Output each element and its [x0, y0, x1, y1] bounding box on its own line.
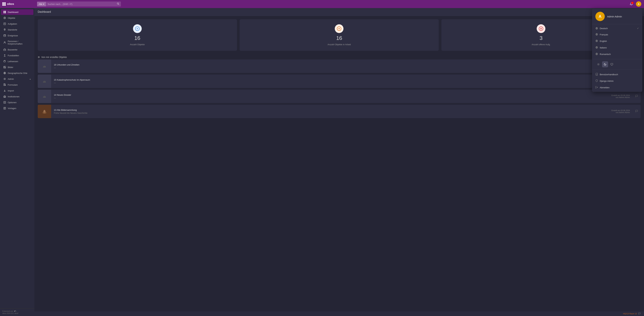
svg-point-39 — [339, 28, 340, 29]
table-row[interactable]: ⛰ 15 Katastrophenschutz im Alpenraum — E… — [38, 74, 641, 88]
search-type-label: Alle — [39, 3, 42, 5]
object-creator: von Admin Admin — [612, 111, 630, 113]
sidebar-item-ereignisse[interactable]: Ereignisse — [1, 33, 33, 38]
svg-rect-0 — [4, 11, 4, 12]
language-deutsch[interactable]: Deutsch ✓ — [592, 25, 642, 31]
sidebar-item-personen[interactable]: Personen / Körperschaften — [1, 38, 33, 46]
object-thumbnail: ⛰ — [38, 90, 51, 103]
sidebar-item-formulare[interactable]: Formulare — [1, 82, 33, 88]
svg-rect-1 — [5, 11, 6, 12]
notification-button[interactable]: 1 — [628, 1, 634, 7]
svg-rect-2 — [4, 12, 4, 13]
sidebar-item-institutionen[interactable]: Institutionen — [1, 94, 33, 99]
menu-label: Django-Admin — [600, 80, 614, 82]
sidebar-item-bauwerke[interactable]: Bauwerke — [1, 47, 33, 52]
theme-toggles — [592, 60, 642, 69]
table-row[interactable]: ⛰ 16 Urkunden und Zimelien — — [38, 59, 641, 73]
sidebar-footer: Entwickelt von h". oikos 2024.16.1.dev0 — [0, 309, 34, 316]
vorlagen-icon — [3, 107, 6, 110]
globe-icon — [595, 39, 598, 43]
language-rumantsch[interactable]: Rumantsch — [592, 51, 642, 57]
theme-light-button[interactable] — [595, 61, 602, 67]
optionen-icon — [3, 101, 6, 104]
dropdown-menu-section: Benutzerhandbuch Django-Admin Abmelden — [592, 70, 642, 92]
dropdown-username: Admin Admin — [607, 15, 622, 18]
sidebar-item-admin[interactable]: Admin ▲ — [1, 76, 33, 82]
sidebar-item-optionen[interactable]: Optionen — [1, 99, 33, 105]
language-label: Rumantsch — [600, 53, 611, 55]
search-type-select[interactable]: Alle ▾ — [37, 2, 46, 6]
svg-rect-10 — [4, 35, 6, 36]
benutzerhandbuch-item[interactable]: Benutzerhandbuch — [592, 71, 642, 78]
sidebar-item-leihwesen[interactable]: Leihwesen — [1, 58, 33, 64]
table-row[interactable]: ⛰ 14 Neues Dossier — Erstellt am 03.06.2… — [38, 90, 641, 103]
sidebar-item-objekte[interactable]: Objekte — [1, 15, 33, 21]
sidebar-item-aufgaben[interactable]: Aufgaben — [1, 21, 33, 27]
section-title: Von mir erstellte Objekte — [41, 56, 67, 58]
sidebar-item-dashboard[interactable]: Dashboard — [1, 9, 33, 15]
sidebar-item-geographische[interactable]: Geographische Orte — [1, 70, 33, 76]
sidebar-item-fundstellen[interactable]: Fundstellen — [1, 53, 33, 58]
language-francais[interactable]: Français — [592, 31, 642, 38]
stat-label-objekte: Anzahl Objekte — [130, 43, 145, 46]
globe-icon — [595, 53, 598, 56]
app-name: oikos — [7, 2, 14, 5]
theme-system-button[interactable] — [609, 61, 615, 67]
object-info: 13 Alte Bildersammlung Frühe Neuzeit bis… — [51, 106, 609, 117]
stat-icon-objekte — [133, 24, 142, 33]
object-meta: Erstellt am 03.06.2024 von Admin Admin — [609, 108, 632, 115]
svg-point-9 — [4, 29, 5, 30]
sidebar-item-label: Leihwesen — [8, 60, 18, 63]
svg-point-36 — [137, 28, 138, 29]
sidebar-item-label: Ereignisse — [8, 34, 18, 37]
ereignisse-icon — [3, 34, 6, 37]
image-placeholder-icon: ⛰ — [43, 79, 46, 83]
object-info: 15 Katastrophenschutz im Alpenraum — — [51, 76, 609, 86]
language-italiano[interactable]: Italiano — [592, 44, 642, 51]
sidebar-item-label: Fundstellen — [8, 54, 19, 57]
svg-line-57 — [599, 65, 599, 65]
check-icon: ✓ — [637, 27, 639, 30]
object-title: 16 Urkunden und Zimelien — [54, 63, 624, 66]
logout-icon — [595, 86, 598, 89]
personen-icon — [3, 41, 6, 44]
image-placeholder-icon: ⛰ — [43, 94, 46, 98]
sidebar-item-vorlagen[interactable]: Vorlagen — [1, 105, 33, 111]
object-thumbnail-image — [38, 105, 51, 118]
stat-label-arbeit: Anzahl Objekte in Arbeit — [328, 43, 351, 46]
svg-line-60 — [598, 65, 598, 65]
language-english[interactable]: English — [592, 38, 642, 44]
sidebar-item-label: Geographische Orte — [8, 72, 27, 74]
stats-grid: 16 Anzahl Objekte 16 Anzahl Objekte in A… — [34, 16, 644, 54]
object-subtitle: Frühe Neuzeit bis Neuere Geschichte — [54, 112, 606, 114]
search-input[interactable] — [46, 2, 115, 6]
globe-icon — [595, 46, 598, 49]
table-row[interactable]: 13 Alte Bildersammlung Frühe Neuzeit bis… — [38, 105, 641, 118]
user-avatar-button[interactable]: A — [636, 1, 641, 7]
object-info: 16 Urkunden und Zimelien — — [51, 61, 627, 71]
stat-icon-arbeit — [335, 24, 344, 33]
django-admin-item[interactable]: Django-Admin — [592, 78, 642, 84]
sidebar-item-label: Bilder — [8, 66, 13, 68]
theme-dark-button[interactable] — [602, 61, 608, 67]
leihwesen-icon — [3, 60, 6, 63]
section-header: ⚙ Von mir erstellte Objekte — [34, 54, 644, 59]
shield-icon — [595, 79, 598, 83]
sidebar-item-import[interactable]: Import — [1, 88, 33, 93]
topbar-actions: 1 A — [628, 1, 641, 7]
svg-point-4 — [4, 17, 6, 19]
sidebar-item-bilder[interactable]: Bilder — [1, 64, 33, 70]
search-button[interactable] — [115, 1, 121, 6]
sidebar-item-label: Standorte — [8, 28, 17, 31]
sidebar-header: oikos — [0, 0, 34, 8]
dashboard-icon — [3, 11, 6, 13]
user-dropdown: A Admin Admin Deutsch ✓ Français — [592, 9, 642, 92]
abmelden-item[interactable]: Abmelden — [592, 84, 642, 91]
object-subtitle: — — [54, 82, 606, 84]
sidebar-item-standorte[interactable]: Standorte — [1, 27, 33, 32]
section-icon: ⚙ — [38, 56, 40, 58]
object-title: 14 Neues Dossier — [54, 94, 606, 96]
location-link[interactable]: HQ/12/ Raum 12 — [623, 313, 637, 315]
object-creator: von Admin Admin — [612, 96, 630, 98]
object-meta: Erstellt am 03.06.2024 von Admin Admin — [609, 93, 632, 100]
